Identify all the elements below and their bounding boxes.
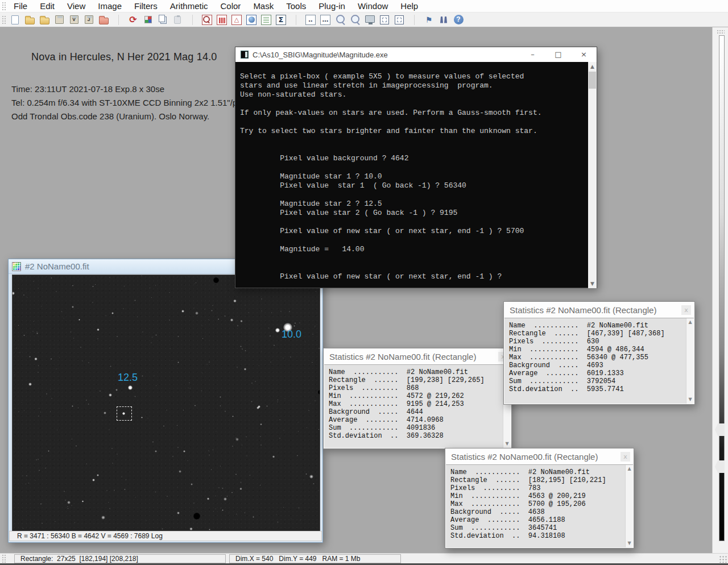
console-line: Pixel value star 2 ( Go back -1 ) ? 9195 [240, 209, 588, 218]
undo-icon[interactable]: ⟳ [126, 13, 140, 27]
scrollbar-thumb[interactable] [589, 72, 596, 89]
note-lines: Time: 23:11UT 2021-07-18 Exp.8 x 30seTel… [11, 82, 243, 123]
low-level-slider[interactable] [715, 460, 725, 473]
console-line [240, 163, 588, 172]
resize-grip[interactable] [719, 555, 727, 563]
scroll-down-icon[interactable]: ▼ [503, 440, 511, 448]
blink-compare-icon[interactable] [437, 13, 450, 27]
align-flag-icon[interactable]: ⚑ [422, 13, 436, 27]
stat-row: Background ..... 4693 [509, 362, 685, 369]
menu-file[interactable]: File [7, 0, 34, 12]
menubar-grip[interactable] [2, 2, 6, 11]
stat-row: Rectangle ...... [467,339] [487,368] [509, 330, 685, 338]
scroll-down-icon[interactable]: ▼ [626, 539, 633, 547]
menu-window[interactable]: Window [351, 0, 394, 12]
statistics-titlebar[interactable]: Statistics #2 NoName00.fit (Rectangle) x [504, 302, 694, 318]
menu-view[interactable]: View [61, 0, 92, 12]
fit-screen-icon[interactable] [392, 13, 406, 27]
stat-row: Average ........ 4656.1188 [450, 516, 624, 524]
menu-filters[interactable]: Filters [128, 0, 164, 12]
menu-mask[interactable]: Mask [247, 0, 280, 12]
panel-grip[interactable] [717, 30, 725, 34]
image-status-bar: R = 3471 : 56340 B = 4642 V = 4569 : 768… [9, 531, 322, 541]
scroll-up-icon[interactable]: ▲ [588, 62, 597, 71]
preview-window-icon[interactable] [200, 13, 214, 27]
console-line: Use non-saturated stars. [240, 90, 588, 99]
starfield-image[interactable]: 10.012.5 [13, 275, 320, 531]
console-line: Try to select two stars brighter and fai… [240, 127, 588, 136]
image-browser-icon[interactable] [97, 13, 110, 27]
toolbar-separator [185, 13, 199, 27]
reference-star [128, 385, 133, 390]
menu-image[interactable]: Image [92, 0, 128, 12]
close-icon[interactable]: x [621, 452, 630, 462]
statistics-window-icon[interactable]: Σ [274, 13, 288, 27]
menu-plugin[interactable]: Plug-in [312, 0, 351, 12]
scroll-up-icon[interactable]: ▲ [626, 465, 633, 473]
dark-spot [213, 277, 219, 283]
curves-window-icon[interactable]: △ [230, 13, 243, 27]
save-variant-j-icon[interactable]: J [82, 13, 96, 27]
stat-row: Sum ............ 3645741 [450, 524, 624, 532]
toolbar-grip[interactable] [2, 15, 6, 24]
console-titlebar[interactable]: C:\As10_SBIG\Magnitude\Magnitude.exe – □… [235, 47, 597, 62]
statistics-title: Statistics #2 NoName00.fit (Rectangle) [504, 305, 681, 315]
high-level-slider[interactable] [715, 423, 725, 436]
console-line [240, 118, 588, 127]
stat-row: Max ............ 56340 @ 477,355 [509, 354, 685, 362]
close-button[interactable]: × [571, 47, 597, 62]
note-title: Nova in Hercules, N Her 2021 Mag 14.0 [31, 51, 243, 63]
selection-rectangle[interactable] [117, 406, 132, 421]
menu-tools[interactable]: Tools [280, 0, 312, 12]
stat-row: Pixels ......... 630 [509, 338, 685, 346]
statistics-scrollbar[interactable]: ▲ ▼ [686, 318, 694, 404]
console-line: Pixel value star 1 ( Go back -1) ? 56340 [240, 181, 588, 190]
large-zoom-box-icon[interactable]: … [318, 13, 332, 27]
fit-window-icon[interactable] [378, 13, 391, 27]
open-recent-icon[interactable] [38, 13, 51, 27]
zoom-in-icon[interactable]: + [333, 13, 347, 27]
statistics-scrollbar[interactable]: ▲ ▼ [625, 465, 633, 547]
minimize-button[interactable]: – [520, 47, 545, 62]
scroll-down-icon[interactable]: ▼ [588, 279, 597, 288]
note-line: Odd Trondal Obs.code 238 (Uranium). Oslo… [11, 110, 243, 123]
statistics-title: Statistics #2 NoName00.fit (Rectangle) [324, 352, 498, 362]
menu-arithmetic[interactable]: Arithmetic [164, 0, 214, 12]
open-image-icon[interactable] [23, 13, 36, 27]
console-line: Select a pixel-box ( example 5X5 ) to me… [240, 72, 588, 81]
copy-icon[interactable] [156, 13, 169, 27]
fits-header-icon[interactable] [259, 13, 273, 27]
stat-row: Min ............ 4572 @ 219,262 [329, 392, 502, 400]
save-variant-v-icon[interactable]: V [67, 13, 81, 27]
save-image-icon[interactable] [52, 13, 66, 27]
console-scrollbar[interactable]: ▲ ▼ [588, 62, 597, 288]
resample-icon[interactable] [141, 13, 155, 27]
full-screen-icon[interactable] [363, 13, 377, 27]
help-icon[interactable]: ? [452, 13, 465, 27]
menu-color[interactable]: Color [214, 0, 247, 12]
small-zoom-box-icon[interactable]: ‥ [304, 13, 317, 27]
new-image-icon[interactable] [8, 13, 22, 27]
dark-spot [318, 390, 320, 394]
statistics-titlebar[interactable]: Statistics #2 NoName00.fit (Rectangle) x [445, 448, 634, 464]
console-line: Pixel value of new star ( or next star, … [240, 227, 588, 236]
statistics-titlebar[interactable]: Statistics #2 NoName00.fit (Rectangle) x [324, 348, 511, 364]
stat-row: Name ........... #2 NoName00.fit [509, 322, 685, 330]
scroll-up-icon[interactable]: ▲ [686, 318, 694, 326]
color-window-icon[interactable] [245, 13, 258, 27]
zoom-out-icon[interactable]: − [348, 13, 362, 27]
histogram-window-icon[interactable] [215, 13, 229, 27]
menu-help[interactable]: Help [394, 0, 424, 12]
stat-row: Min ............ 4594 @ 486,344 [509, 346, 685, 354]
console-line [240, 99, 588, 109]
maximize-button[interactable]: □ [545, 47, 571, 62]
stat-row: Std.deviation .. 5935.7741 [509, 385, 685, 393]
dimensions-info: Dim.X = 540 Dim.Y = 449 RAM = 1 Mb [229, 554, 401, 563]
scroll-down-icon[interactable]: ▼ [686, 396, 694, 404]
menu-edit[interactable]: Edit [34, 0, 61, 12]
close-icon[interactable]: x [681, 305, 691, 315]
paste-icon[interactable] [171, 13, 184, 27]
note-line: Time: 23:11UT 2021-07-18 Exp.8 x 30se [11, 82, 243, 96]
stat-row: Rectangle ...... [199,238] [229,265] [329, 376, 502, 384]
console-line: Magnitude star 1 ? 10.0 [240, 172, 588, 181]
